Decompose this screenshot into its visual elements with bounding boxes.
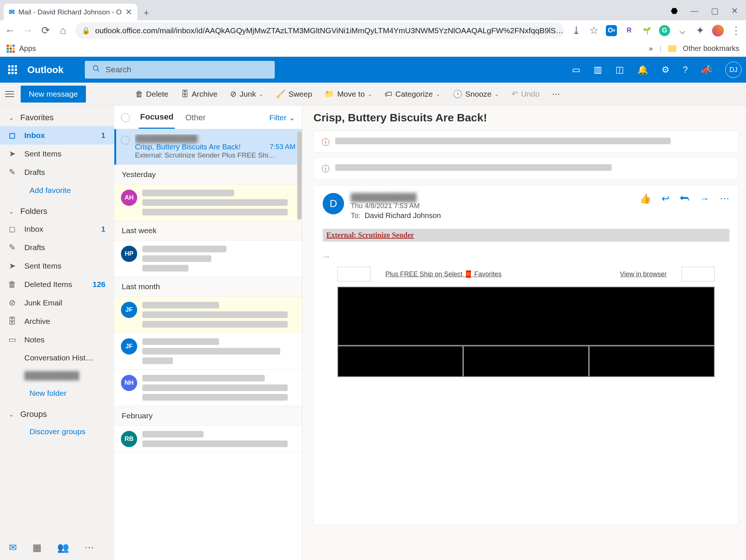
- nav-inbox[interactable]: ◻Inbox1: [0, 126, 114, 145]
- nav-archive-folder[interactable]: 🗄Archive: [0, 312, 114, 331]
- more-icon[interactable]: ⋯: [720, 193, 729, 204]
- nav-sent[interactable]: ➤Sent Items: [0, 145, 114, 163]
- ext-r-icon[interactable]: R: [624, 25, 635, 36]
- browser-tab[interactable]: ✉ Mail - David Richard Johnson - O ✕: [4, 4, 137, 20]
- home-icon[interactable]: ⌂: [58, 25, 69, 37]
- folders-section[interactable]: ⌄Folders: [0, 199, 114, 220]
- move-button[interactable]: 📁Move to⌄: [322, 90, 375, 98]
- people-module-icon[interactable]: 👥: [57, 542, 69, 553]
- message-item-selected[interactable]: ████████████ Crisp, Buttery Biscuits Are…: [114, 129, 302, 165]
- reload-icon[interactable]: ⟳: [40, 24, 51, 37]
- nav-drafts-folder[interactable]: ✎Drafts: [0, 238, 114, 257]
- archive-button[interactable]: 🗄Archive: [178, 90, 221, 98]
- group-last-week: Last week: [114, 221, 302, 241]
- install-icon[interactable]: ⤓: [570, 24, 582, 37]
- account-avatar[interactable]: DJ: [725, 62, 742, 78]
- tab-close-icon[interactable]: ✕: [125, 7, 132, 17]
- tab-other[interactable]: Other: [184, 113, 207, 128]
- filter-dropdown[interactable]: Filter⌄: [269, 113, 295, 128]
- new-message-button[interactable]: New message: [21, 86, 86, 103]
- info-icon: i: [322, 138, 329, 146]
- select-all-check[interactable]: [121, 113, 130, 122]
- new-tab-button[interactable]: +: [139, 5, 154, 20]
- junk-button[interactable]: ⊘Junk⌄: [227, 90, 266, 98]
- megaphone-icon[interactable]: 📣: [701, 65, 712, 75]
- ext-office-icon[interactable]: O4: [606, 25, 617, 36]
- scroll-thumb[interactable]: [297, 131, 302, 220]
- scrollbar[interactable]: [296, 131, 302, 560]
- mail-module-icon[interactable]: ✉: [9, 542, 17, 553]
- nav-deleted-folder[interactable]: 🗑Deleted Items126: [0, 275, 114, 294]
- help-icon[interactable]: ?: [683, 65, 688, 75]
- nav-toggle-icon[interactable]: [5, 91, 14, 97]
- add-favorite-link[interactable]: Add favorite: [0, 182, 114, 199]
- nav-conversation-history[interactable]: Conversation Hist…: [0, 349, 114, 367]
- nav-junk-folder[interactable]: ⊘Junk Email: [0, 294, 114, 312]
- maximize-icon[interactable]: ▢: [711, 6, 719, 16]
- more-actions-button[interactable]: ⋯: [549, 90, 563, 98]
- ext-pocket-icon[interactable]: ⌵: [677, 24, 688, 37]
- search-box[interactable]: [85, 61, 275, 79]
- tab-focused[interactable]: Focused: [139, 112, 175, 129]
- calendar-module-icon[interactable]: ▦: [32, 542, 42, 553]
- sweep-button[interactable]: 🧹Sweep: [273, 90, 315, 98]
- reply-icon[interactable]: ↩: [662, 193, 670, 204]
- nav-notes-folder[interactable]: ▭Notes: [0, 331, 114, 349]
- new-folder-link[interactable]: New folder: [0, 384, 114, 402]
- browser-chrome: ✉ Mail - David Richard Johnson - O ✕ + ⬣…: [0, 0, 746, 57]
- search-input[interactable]: [105, 65, 267, 75]
- categorize-button[interactable]: 🏷Categorize⌄: [382, 90, 443, 98]
- gear-icon[interactable]: ⚙: [662, 65, 670, 75]
- ext-puzzle-icon[interactable]: ✦: [694, 24, 705, 37]
- back-icon[interactable]: ←: [4, 25, 15, 37]
- other-bookmarks[interactable]: Other bookmarks: [683, 44, 739, 53]
- message-item[interactable]: RB: [114, 426, 302, 453]
- svg-line-1: [97, 70, 99, 72]
- groups-section[interactable]: ⌄Groups: [0, 402, 114, 423]
- favorites-section[interactable]: ⌄Favorites: [0, 106, 114, 126]
- kebab-menu-icon[interactable]: ⋮: [731, 24, 742, 37]
- ext-tree-icon[interactable]: 🌱: [641, 25, 652, 36]
- profile-avatar[interactable]: [712, 25, 724, 37]
- minimize-icon[interactable]: —: [690, 6, 698, 16]
- more-modules-icon[interactable]: ⋯: [84, 542, 94, 553]
- teams-meet-icon[interactable]: ▥: [594, 65, 602, 75]
- reply-all-icon[interactable]: ⮪: [680, 193, 690, 204]
- ext-grammarly-icon[interactable]: G: [659, 25, 670, 36]
- message-item[interactable]: NH: [114, 370, 302, 406]
- nav-drafts[interactable]: ✎Drafts: [0, 163, 114, 182]
- teams-chat-icon[interactable]: ▭: [572, 65, 580, 75]
- message-item[interactable]: JF: [114, 333, 302, 370]
- reading-pane: Crisp, Buttery Biscuits Are Back! i i D …: [302, 106, 746, 560]
- chevron-down-icon: ⌄: [289, 113, 295, 122]
- star-icon[interactable]: ☆: [588, 24, 599, 37]
- discover-groups-link[interactable]: Discover groups: [0, 423, 114, 440]
- delete-button[interactable]: 🗑Delete: [132, 90, 171, 98]
- view-in-browser-link[interactable]: View in browser: [620, 270, 667, 278]
- nav-image-row: [337, 346, 715, 377]
- forward-icon[interactable]: →: [700, 193, 709, 204]
- preheader-link-1[interactable]: Plus FREE Ship on Select 🧧 Favorites: [385, 270, 502, 278]
- message-item[interactable]: JF: [114, 297, 302, 333]
- close-window-icon[interactable]: ✕: [731, 6, 738, 16]
- nav-redacted-folder[interactable]: ██████████: [0, 367, 114, 384]
- message-check[interactable]: [121, 136, 130, 145]
- snooze-button[interactable]: 🕓Snooze⌄: [450, 90, 502, 98]
- brand[interactable]: Outlook: [27, 64, 63, 76]
- apps-label[interactable]: Apps: [19, 44, 36, 53]
- bookmarks-overflow-icon[interactable]: »: [649, 44, 653, 53]
- preheader-row: Plus FREE Ship on Select 🧧 Favorites Vie…: [323, 267, 729, 287]
- like-icon[interactable]: 👍: [639, 193, 651, 204]
- bell-icon[interactable]: 🔔: [637, 65, 648, 75]
- bookmarks-bar: Apps » | Other bookmarks: [0, 41, 746, 57]
- nav-inbox-folder[interactable]: ◻Inbox1: [0, 220, 114, 238]
- message-item[interactable]: HP: [114, 241, 302, 277]
- nav-sent-folder[interactable]: ➤Sent Items: [0, 257, 114, 275]
- app-launcher-icon[interactable]: [4, 62, 21, 78]
- chevron-down-icon: ⌄: [259, 91, 263, 97]
- url-box[interactable]: 🔒 outlook.office.com/mail/inbox/id/AAQkA…: [75, 23, 564, 39]
- message-item[interactable]: AH: [114, 184, 302, 221]
- my-day-icon[interactable]: ◫: [615, 65, 624, 75]
- apps-grid-icon[interactable]: [7, 45, 15, 53]
- broom-icon: 🧹: [276, 90, 285, 98]
